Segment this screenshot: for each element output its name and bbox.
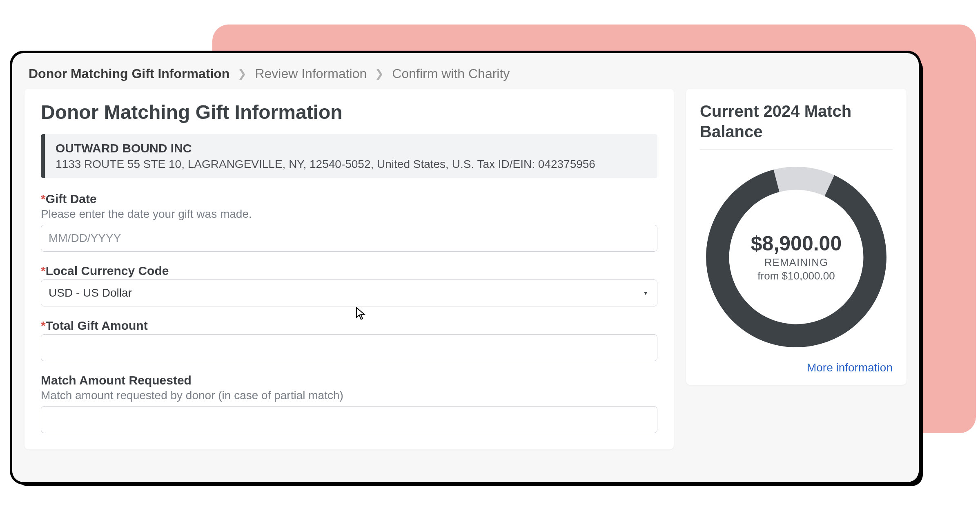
organization-name: OUTWARD BOUND INC [56,141,647,155]
chevron-right-icon: ❯ [375,67,384,80]
balance-card: Current 2024 Match Balance $8,900.00 REM… [686,89,906,385]
breadcrumb-step-1[interactable]: Donor Matching Gift Information [29,66,229,81]
gift-date-input[interactable] [41,225,657,252]
app-window: Donor Matching Gift Information ❯ Review… [12,53,919,482]
balance-title: Current 2024 Match Balance [700,101,893,150]
match-requested-input[interactable] [41,406,657,433]
balance-remaining-label: REMAINING [764,256,828,269]
breadcrumb-step-3[interactable]: Confirm with Charity [392,66,510,81]
total-amount-label: *Total Gift Amount [41,319,657,333]
balance-donut-chart: $8,900.00 REMAINING from $10,000.00 [700,161,892,353]
balance-from-text: from $10,000.00 [757,270,835,282]
match-requested-hint: Match amount requested by donor (in case… [41,389,657,402]
breadcrumb: Donor Matching Gift Information ❯ Review… [12,53,919,89]
field-currency: *Local Currency Code ▼ [41,264,657,306]
gift-date-label: *Gift Date [41,192,657,206]
currency-select[interactable] [41,279,657,306]
balance-remaining-amount: $8,900.00 [751,232,842,255]
gift-date-hint: Please enter the date your gift was made… [41,208,657,221]
organization-info-box: OUTWARD BOUND INC 1133 ROUTE 55 STE 10, … [41,134,657,178]
currency-label: *Local Currency Code [41,264,657,278]
match-requested-label: Match Amount Requested [41,373,657,387]
field-total-amount: *Total Gift Amount [41,319,657,361]
more-information-link[interactable]: More information [700,361,893,374]
page-title: Donor Matching Gift Information [41,101,657,123]
chevron-right-icon: ❯ [238,67,247,80]
fade-overlay [12,445,919,482]
breadcrumb-step-2[interactable]: Review Information [255,66,367,81]
field-match-requested: Match Amount Requested Match amount requ… [41,373,657,433]
form-card: Donor Matching Gift Information OUTWARD … [24,89,674,449]
total-amount-input[interactable] [41,334,657,361]
field-gift-date: *Gift Date Please enter the date your gi… [41,192,657,252]
organization-address: 1133 ROUTE 55 STE 10, LAGRANGEVILLE, NY,… [56,158,647,171]
